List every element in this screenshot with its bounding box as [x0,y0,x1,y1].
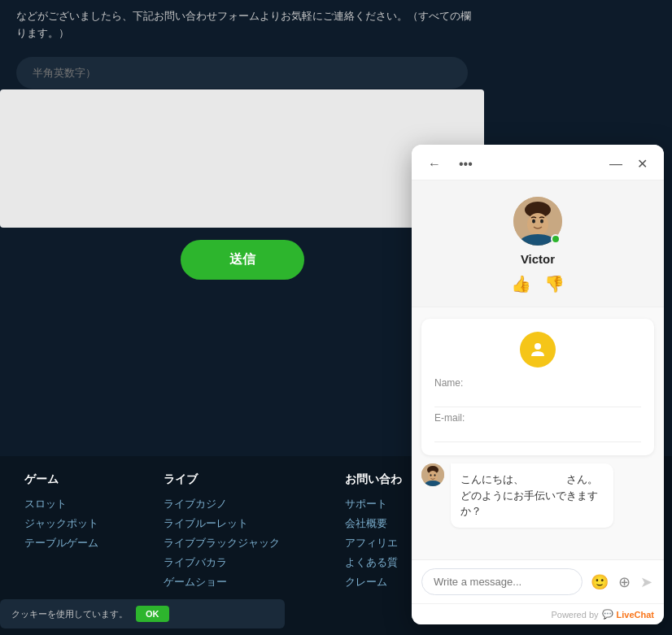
powered-by-bar: Powered by 💬 LiveChat [412,603,664,624]
name-value [434,390,641,407]
footer-link-live-blackjack[interactable]: ライブブラックジャック [164,536,280,550]
chat-agent-face-svg [421,463,444,486]
footer-link-support[interactable]: サポート [345,497,402,511]
send-icon: ➤ [640,573,652,591]
top-description: などがございましたら、下記お問い合わせフォームよりお気軽にご連絡ください。（すべ… [0,0,488,50]
cookie-text: クッキーを使用しています。 [11,608,128,620]
thumbs-up-icon: 👍 [511,275,531,293]
thumbs-up-button[interactable]: 👍 [511,274,531,294]
footer-link-jackpot[interactable]: ジャックポット [24,516,98,531]
close-button[interactable]: ✕ [634,154,651,173]
svg-point-4 [532,220,535,224]
agent-message-text: こんにちは、 さん。どのようにお手伝いできますか？ [460,473,598,517]
thumbs-down-button[interactable]: 👎 [544,274,565,294]
footer-col-live: ライブ ライブカジノ ライブルーレット ライブブラックジャック ライブバカラ ゲ… [164,472,280,594]
footer-link-affiliate[interactable]: アフィリエ [345,536,402,550]
thumbs-down-icon: 👎 [544,275,565,293]
emoji-button[interactable]: 🙂 [589,572,610,593]
send-message-button[interactable]: ➤ [639,572,654,593]
name-field-group: Name: [434,377,641,407]
livechat-logo-icon: 💬 [602,609,613,620]
svg-point-7 [535,343,541,350]
email-label: E-mail: [434,412,641,424]
person-icon [528,340,548,359]
close-icon: ✕ [637,156,648,172]
cookie-bar: クッキーを使用しています。 OK [0,599,285,628]
attachment-button[interactable]: ⊕ [617,572,632,593]
footer-link-claims[interactable]: クレーム [345,575,402,589]
footer-link-table[interactable]: テーブルゲーム [24,536,98,550]
footer-link-about[interactable]: 会社概要 [345,516,402,531]
footer-col-games: ゲーム スロット ジャックポット テーブルゲーム [24,472,98,594]
top-text-line2: ります。） [16,27,69,39]
chat-input-area: 🙂 ⊕ ➤ [412,559,664,603]
more-icon: ••• [459,157,473,172]
agent-avatar-wrap [513,197,562,246]
form-fields: Name: E-mail: [434,377,641,442]
rating-row: 👍 👎 [511,274,565,294]
agent-message-bubble: こんにちは、 さん。どのようにお手伝いできますか？ [451,463,613,528]
form-input[interactable] [16,57,468,89]
agent-name: Victor [521,252,555,266]
online-indicator [551,234,561,244]
email-field-group: E-mail: [434,412,641,442]
footer-col-support: お問い合わ サポート 会社概要 アフィリエ よくある質 クレーム [345,472,402,594]
top-text-line1: などがございましたら、下記お問い合わせフォームよりお気軽にご連絡ください。（すべ… [16,10,471,22]
footer-heading-support: お問い合わ [345,472,402,487]
svg-point-12 [434,474,436,476]
widget-header: ← ••• — ✕ [412,145,664,180]
agent-profile: Victor 👍 👎 [412,180,664,307]
back-button[interactable]: ← [425,155,444,173]
chat-message-row: こんにちは、 さん。どのようにお手伝いできますか？ [421,463,654,528]
svg-point-11 [430,474,432,476]
emoji-icon: 🙂 [591,573,609,591]
footer-heading-games: ゲーム [24,472,98,487]
back-icon: ← [428,157,441,172]
chat-message-input[interactable] [421,568,583,595]
chat-agent-avatar-small [421,463,444,486]
user-info-card: Name: E-mail: [421,319,654,455]
header-right-controls: — ✕ [606,154,651,173]
svg-point-10 [428,471,438,482]
footer-link-gameshow[interactable]: ゲームショー [164,575,280,589]
plus-circle-icon: ⊕ [618,573,631,591]
header-left-controls: ← ••• [425,155,476,173]
footer-link-faq[interactable]: よくある質 [345,555,402,570]
chat-body: Name: E-mail: [412,307,664,559]
footer-link-live-casino[interactable]: ライブカジノ [164,497,280,511]
footer-link-slots[interactable]: スロット [24,497,98,511]
livechat-brand: LiveChat [617,610,654,620]
footer-heading-live: ライブ [164,472,280,487]
minimize-button[interactable]: — [606,154,626,173]
name-label: Name: [434,377,641,389]
user-icon-circle [520,332,556,368]
cookie-ok-button[interactable]: OK [136,606,169,622]
livechat-widget: ← ••• — ✕ [412,145,664,624]
footer-link-live-roulette[interactable]: ライブルーレット [164,516,280,531]
send-button[interactable]: 送信 [181,240,304,280]
footer-link-live-baccarat[interactable]: ライブバカラ [164,555,280,570]
email-value [434,425,641,442]
minimize-icon: — [609,157,622,172]
more-button[interactable]: ••• [456,155,476,173]
svg-point-5 [540,220,543,224]
svg-point-3 [527,213,548,236]
powered-by-text: Powered by [551,610,598,620]
